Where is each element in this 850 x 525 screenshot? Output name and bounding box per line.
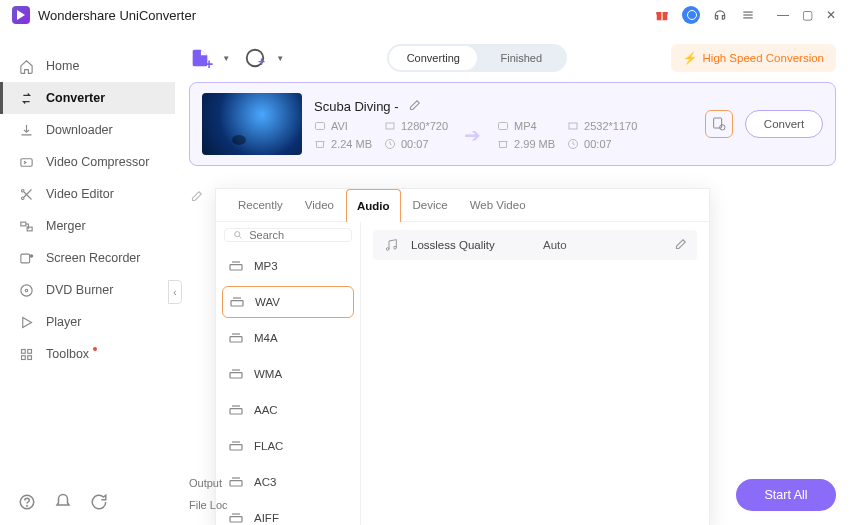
format-option-label: WMA	[254, 368, 282, 380]
music-note-icon	[383, 237, 399, 253]
gift-icon[interactable]	[654, 7, 670, 23]
sidebar-item-dvd-burner[interactable]: DVD Burner	[0, 274, 175, 306]
format-option-aiff[interactable]: AIFF	[216, 500, 360, 525]
format-option-label: AIFF	[254, 512, 279, 524]
svg-rect-11	[20, 254, 29, 263]
edit-row-icon[interactable]	[189, 190, 203, 204]
format-tab-video[interactable]: Video	[295, 189, 344, 221]
svg-rect-24	[499, 122, 508, 129]
sidebar-item-label: Converter	[46, 91, 105, 105]
menu-icon[interactable]	[740, 7, 756, 23]
high-speed-label: High Speed Conversion	[703, 52, 824, 64]
svg-rect-21	[316, 122, 325, 129]
chevron-down-icon: ▼	[276, 54, 284, 63]
high-speed-conversion-button[interactable]: ⚡ High Speed Conversion	[671, 44, 836, 72]
close-button[interactable]: ✕	[824, 8, 838, 22]
feedback-icon[interactable]	[90, 493, 108, 511]
record-icon	[18, 250, 34, 266]
svg-point-28	[720, 125, 725, 130]
merge-icon	[18, 218, 34, 234]
svg-marker-15	[22, 317, 31, 327]
svg-rect-25	[569, 123, 577, 129]
audio-format-icon	[228, 510, 244, 525]
dst-format: MP4	[514, 120, 537, 132]
sidebar-item-label: Screen Recorder	[46, 251, 141, 265]
arrow-right-icon: ➔	[464, 123, 481, 147]
bolt-icon: ⚡	[683, 51, 697, 65]
src-resolution: 1280*720	[401, 120, 448, 132]
maximize-button[interactable]: ▢	[800, 8, 814, 22]
format-tab-recently[interactable]: Recently	[228, 189, 293, 221]
svg-point-8	[21, 197, 24, 200]
sidebar-item-video-compressor[interactable]: Video Compressor	[0, 146, 175, 178]
tab-finished[interactable]: Finished	[477, 46, 565, 70]
add-file-button[interactable]: + ▼	[189, 47, 230, 69]
format-option-ac3[interactable]: AC3	[216, 464, 360, 500]
svg-rect-37	[230, 481, 242, 486]
home-icon	[18, 58, 34, 74]
quality-edit-icon[interactable]	[673, 238, 687, 252]
search-icon	[233, 229, 243, 241]
minimize-button[interactable]: ―	[776, 8, 790, 22]
svg-point-42	[27, 505, 28, 506]
sidebar-item-player[interactable]: Player	[0, 306, 175, 338]
format-tab-web-video[interactable]: Web Video	[460, 189, 536, 221]
svg-rect-32	[231, 301, 243, 306]
format-option-label: M4A	[254, 332, 278, 344]
dst-size: 2.99 MB	[514, 138, 555, 150]
format-option-flac[interactable]: FLAC	[216, 428, 360, 464]
format-option-label: WAV	[255, 296, 280, 308]
format-option-aac[interactable]: AAC	[216, 392, 360, 428]
user-avatar-icon[interactable]	[682, 6, 700, 24]
bell-icon[interactable]	[54, 493, 72, 511]
sidebar-item-video-editor[interactable]: Video Editor	[0, 178, 175, 210]
headset-icon[interactable]	[712, 7, 728, 23]
file-location-label: File Loc	[189, 499, 228, 511]
audio-format-icon	[228, 402, 244, 418]
sidebar-item-downloader[interactable]: Downloader	[0, 114, 175, 146]
format-option-label: AC3	[254, 476, 276, 488]
sidebar-item-label: Video Compressor	[46, 155, 149, 169]
format-tab-audio[interactable]: Audio	[346, 189, 401, 222]
quality-preset-row[interactable]: Lossless Quality Auto	[373, 230, 697, 260]
svg-rect-16	[21, 349, 25, 353]
help-icon[interactable]	[18, 493, 36, 511]
src-size: 2.24 MB	[331, 138, 372, 150]
format-option-wav[interactable]: WAV	[222, 286, 354, 318]
format-option-label: FLAC	[254, 440, 283, 452]
start-all-button[interactable]: Start All	[736, 479, 836, 511]
sidebar-item-merger[interactable]: Merger	[0, 210, 175, 242]
sidebar-item-label: DVD Burner	[46, 283, 113, 297]
sidebar-item-screen-recorder[interactable]: Screen Recorder	[0, 242, 175, 274]
audio-format-icon	[228, 474, 244, 490]
format-option-m4a[interactable]: M4A	[216, 320, 360, 356]
format-option-mp3[interactable]: MP3	[216, 248, 360, 284]
add-url-button[interactable]: + ▼	[244, 47, 284, 69]
svg-rect-9	[20, 222, 25, 226]
svg-point-40	[394, 246, 397, 249]
quality-value: Auto	[543, 239, 567, 251]
file-card: Scuba Diving - AVI 2.24 MB 1280*720 00:0…	[189, 82, 836, 166]
output-settings-button[interactable]	[705, 110, 733, 138]
svg-rect-18	[21, 355, 25, 359]
disc-icon	[18, 282, 34, 298]
sidebar-item-toolbox[interactable]: Toolbox	[0, 338, 175, 370]
tab-converting[interactable]: Converting	[389, 46, 477, 70]
edit-title-icon[interactable]	[407, 99, 421, 113]
video-thumbnail[interactable]	[202, 93, 302, 155]
sidebar-item-label: Downloader	[46, 123, 113, 137]
svg-rect-36	[230, 445, 242, 450]
sidebar-item-home[interactable]: Home	[0, 50, 175, 82]
convert-button[interactable]: Convert	[745, 110, 823, 138]
sidebar-item-converter[interactable]: Converter	[0, 82, 175, 114]
format-option-wma[interactable]: WMA	[216, 356, 360, 392]
output-label: Output	[189, 477, 228, 489]
format-search-input[interactable]	[249, 229, 343, 241]
quality-label: Lossless Quality	[411, 239, 531, 251]
app-logo	[12, 6, 30, 24]
format-popover: RecentlyVideoAudioDeviceWeb Video MP3WAV…	[215, 188, 710, 525]
format-search[interactable]	[224, 228, 352, 242]
grid-icon	[18, 346, 34, 362]
format-tab-device[interactable]: Device	[403, 189, 458, 221]
svg-rect-27	[714, 118, 722, 128]
